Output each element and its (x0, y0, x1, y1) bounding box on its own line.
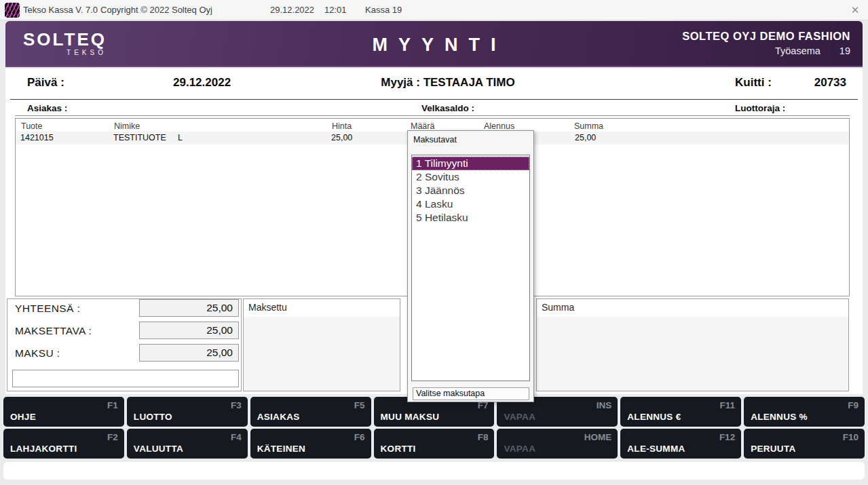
asiakas-button[interactable]: ASIAKAS F5 (250, 397, 371, 427)
button-key: F11 (720, 400, 736, 410)
button-label: LAHJAKORTTI (10, 444, 77, 454)
sum-panel: Summa (536, 298, 849, 391)
credit-limit-label: Luottoraja : (735, 103, 785, 113)
button-key: INS (597, 400, 612, 410)
list-item-lasku[interactable]: 4 Lasku (412, 197, 529, 211)
button-key: F3 (231, 400, 242, 410)
list-item-jaannos[interactable]: 3 Jäännös (412, 184, 529, 197)
app-header: SOLTEQ TEKSO MYYNTI SOLTEQ OYJ DEMO FASH… (5, 21, 863, 67)
button-key: HOME (584, 432, 612, 442)
payment-label: MAKSU : (15, 347, 60, 360)
cell-tuote: 1421015 (20, 133, 54, 142)
cell-nimike: TESTITUOTE (113, 133, 166, 142)
cell-koko: L (178, 133, 183, 142)
kortti-button[interactable]: KORTTI F8 (374, 429, 495, 459)
valuutta-button[interactable]: VALUUTTA F4 (127, 429, 248, 459)
dialog-title: Maksutavat (413, 135, 457, 144)
titlebar-date: 29.12.2022 (270, 5, 314, 15)
button-label: VAPAA (504, 412, 535, 422)
luotto-button[interactable]: LUOTTO F3 (127, 397, 248, 427)
payable-label: MAKSETTAVA : (15, 325, 92, 337)
message-bar[interactable] (3, 462, 865, 480)
workstation-line: Työasema19 (682, 45, 850, 56)
pos-window: Tekso Kassa V. 7.0 Copyright © 2022 Solt… (0, 0, 868, 485)
dialog-status-text: Valitse maksutapa (413, 387, 529, 400)
date-value: 29.12.2022 (173, 76, 231, 90)
button-key: F10 (843, 432, 858, 442)
titlebar: Tekso Kassa V. 7.0 Copyright © 2022 Solt… (0, 0, 868, 20)
receipt-number: 20733 (806, 76, 846, 90)
table-top-line (15, 115, 850, 116)
alennus-percent-button[interactable]: ALENNUS % F9 (744, 397, 865, 427)
lahjakortti-button[interactable]: LAHJAKORTTI F2 (3, 429, 124, 459)
seller-line: Myyjä : TESTAAJA TIMO (381, 76, 514, 90)
button-key: F8 (478, 432, 489, 442)
col-header-maara: Määrä (411, 121, 434, 131)
solteq-logo: SOLTEQ TEKSO (23, 31, 107, 56)
col-header-summa: Summa (574, 121, 603, 131)
payment-methods-list[interactable]: 1 Tilimyynti 2 Sovitus 3 Jäännös 4 Lasku… (411, 155, 530, 381)
store-info: SOLTEQ OYJ DEMO FASHION Työasema19 (682, 30, 850, 56)
cell-hinta: 25,00 (331, 133, 352, 142)
workstation-label: Työasema (775, 45, 820, 56)
app-title: Tekso Kassa V. 7.0 (23, 5, 98, 15)
col-header-nimike: Nimike (114, 121, 140, 131)
copyright-text: Copyright © 2022 Solteq Oyj (100, 5, 212, 15)
button-label: KÄTEINEN (257, 444, 305, 454)
workstation-value: 19 (839, 45, 850, 56)
receipt-label: Kuitti : (735, 76, 772, 90)
button-label: ALENNUS % (751, 412, 808, 422)
list-item-sovitus[interactable]: 2 Sovitus (412, 170, 529, 184)
close-icon[interactable]: ✕ (848, 3, 863, 18)
button-label: KORTTI (381, 444, 416, 454)
total-value-field: 25,00 (139, 299, 239, 317)
function-key-grid: OHJE F1 LUOTTO F3 ASIAKAS F5 MUU MAKSU F… (3, 397, 865, 459)
vapaa-home-button: VAPAA HOME (497, 429, 618, 459)
col-header-alennus: Alennus (484, 121, 514, 131)
paid-panel-title: Maksettu (244, 299, 400, 317)
button-label: VAPAA (504, 444, 535, 454)
titlebar-register: Kassa 19 (365, 5, 402, 15)
button-label: MUU MAKSU (381, 412, 440, 422)
debt-label: Velkasaldo : (421, 103, 474, 113)
cell-summa: 25,00 (575, 133, 596, 142)
titlebar-time: 12:01 (324, 5, 347, 15)
ohje-button[interactable]: OHJE F1 (3, 397, 124, 427)
button-key: F12 (719, 432, 735, 442)
ale-summa-button[interactable]: ALE-SUMMA F12 (620, 429, 741, 459)
entry-input[interactable] (12, 370, 239, 387)
solteq-app-icon (5, 3, 20, 18)
button-key: F4 (231, 432, 242, 442)
store-name: SOLTEQ OYJ DEMO FASHION (682, 30, 850, 43)
customer-label: Asiakas : (27, 103, 67, 113)
payment-value-field: 25,00 (139, 344, 239, 362)
total-label: YHTEENSÄ : (15, 303, 80, 315)
paid-panel: Maksettu (243, 298, 400, 391)
button-key: F2 (107, 432, 118, 442)
button-key: F1 (107, 400, 118, 410)
col-header-hinta: Hinta (332, 121, 352, 131)
button-label: OHJE (10, 412, 36, 422)
page-title: MYYNTI (361, 35, 506, 56)
logo-sub-text: TEKSO (23, 49, 107, 56)
payment-methods-dialog: Maksutavat 1 Tilimyynti 2 Sovitus 3 Jään… (407, 130, 534, 402)
date-label: Päivä : (27, 76, 64, 90)
button-label: ALENNUS € (627, 412, 681, 422)
sum-panel-title: Summa (537, 299, 848, 317)
button-label: ALE-SUMMA (627, 444, 685, 454)
list-item-hetilasku[interactable]: 5 Hetilasku (412, 211, 529, 225)
button-label: VALUUTTA (134, 444, 183, 454)
divider-line (10, 99, 858, 100)
button-key: F5 (354, 400, 365, 410)
col-header-tuote: Tuote (21, 121, 43, 131)
button-label: PERUUTA (751, 444, 795, 454)
payable-value-field: 25,00 (139, 322, 239, 339)
button-key: F6 (354, 432, 365, 442)
button-key: F9 (848, 400, 858, 410)
list-item-tilimyynti[interactable]: 1 Tilimyynti (412, 157, 529, 170)
button-label: ASIAKAS (257, 412, 300, 422)
logo-main-text: SOLTEQ (23, 31, 107, 48)
alennus-euro-button[interactable]: ALENNUS € F11 (620, 397, 741, 427)
peruuta-button[interactable]: PERUUTA F10 (744, 429, 865, 459)
kateinen-button[interactable]: KÄTEINEN F6 (250, 429, 371, 459)
